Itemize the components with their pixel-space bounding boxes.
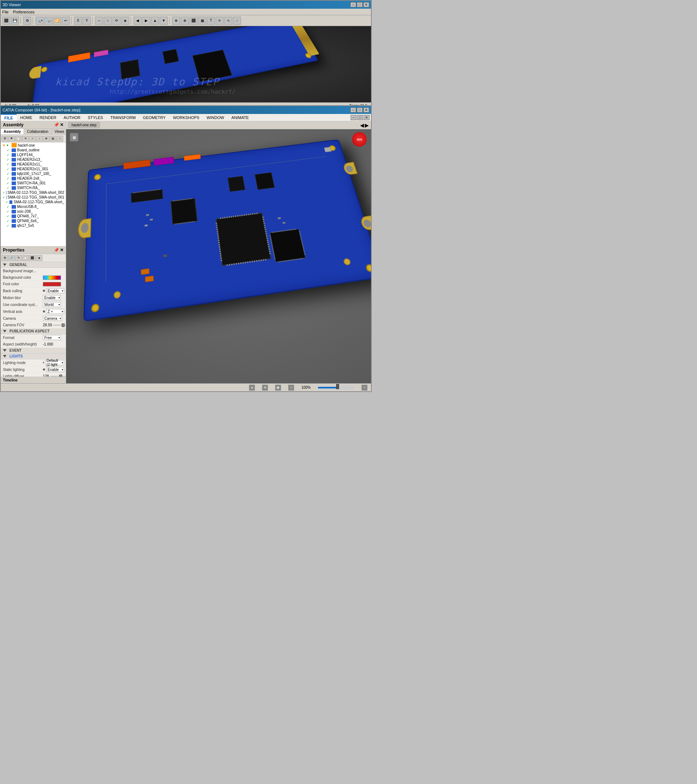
top-window-controls[interactable]: ─ □ ✕ xyxy=(350,2,369,7)
tree-area[interactable]: ▼ ● hackrf-one ✓ Board_outline ✓ LQFP144… xyxy=(1,143,66,246)
tree-btn-5[interactable]: + xyxy=(29,136,36,142)
ribbon-restore[interactable]: □ xyxy=(357,115,363,120)
camera-dropdown[interactable]: Camera xyxy=(43,316,62,321)
camera-fov-slider[interactable] xyxy=(53,324,66,326)
menu-tab-window[interactable]: WINDOW xyxy=(203,114,227,121)
toolbar-btn-6[interactable]: 🔁 xyxy=(53,17,61,25)
toolbar-btn-20[interactable]: ⬛ xyxy=(189,17,198,25)
toolbar-btn-16[interactable]: ▲ xyxy=(151,17,159,25)
toolbar-btn-18[interactable]: ⊕ xyxy=(172,17,180,25)
menu-tab-author[interactable]: AUTHOR xyxy=(60,114,84,121)
tree-item-15[interactable]: ✓ QFN48_7x7_ xyxy=(1,214,66,219)
tree-btn-7[interactable]: ⊕ xyxy=(43,136,49,142)
toolbar-btn-9[interactable]: Y xyxy=(83,17,91,25)
menu-tab-home[interactable]: HOME xyxy=(17,114,36,121)
back-culling-dropdown[interactable]: Enable xyxy=(46,288,64,293)
tree-item-7[interactable]: ✓ HEADER-2x8_ xyxy=(1,176,66,181)
tree-item-5[interactable]: ✓ HEADER2x11_001 xyxy=(1,166,66,171)
prop-value-camera-fov[interactable]: 28.59 xyxy=(43,323,66,327)
ribbon-minimize[interactable]: ─ xyxy=(351,115,356,120)
menu-file[interactable]: File xyxy=(2,10,9,14)
prop-value-camera[interactable]: Camera xyxy=(43,316,64,321)
prop-btn-5[interactable]: ⬛ xyxy=(29,255,36,261)
toolbar-btn-8[interactable]: X xyxy=(74,17,82,25)
tree-item-4[interactable]: ✓ HEADER2x11_ xyxy=(1,162,66,166)
toolbar-btn-5[interactable]: 🔍- xyxy=(44,17,52,25)
prop-value-lighting-mode[interactable]: Default (2 light xyxy=(43,360,64,365)
3d-viewport-top[interactable]: kicad StepUp: 3D to STEP http://greatsco… xyxy=(1,26,371,102)
camera-fov-thumb[interactable] xyxy=(62,323,64,327)
tree-btn-6[interactable]: ↓ xyxy=(36,136,43,142)
close-button-2[interactable]: ✕ xyxy=(363,107,369,112)
tree-btn-3[interactable]: 📋 xyxy=(15,136,22,142)
ribbon-close[interactable]: ✕ xyxy=(364,115,369,120)
coord-sys-dropdown[interactable]: World xyxy=(43,302,61,307)
menu-preferences[interactable]: Preferences xyxy=(13,10,35,14)
prop-value-foot-color[interactable] xyxy=(43,282,64,287)
tree-item-12[interactable]: ✓ SMA-02-112-TGG_SMA-short_ xyxy=(1,199,66,204)
viewport-nav-right[interactable]: ▶ xyxy=(365,122,369,128)
menu-tab-workshops[interactable]: WORKSHOPS xyxy=(169,114,203,121)
catia-viewport[interactable]: CATIA CATIA CATIA CATIA CATIA CATIA 3DS … xyxy=(66,129,371,383)
motion-blur-dropdown[interactable]: Enable xyxy=(43,295,61,300)
viewport-tab-item[interactable]: hackrf-one.step xyxy=(68,122,100,128)
toolbar-btn-12[interactable]: ⟳ xyxy=(112,17,120,25)
menu-tab-styles[interactable]: STYLES xyxy=(84,114,107,121)
toolbar-btn-22[interactable]: T xyxy=(207,17,215,25)
toolbar-btn-24[interactable]: ∿ xyxy=(224,17,232,25)
menu-tab-geometry[interactable]: GEOMETRY xyxy=(139,114,170,121)
menu-tab-render[interactable]: RENDER xyxy=(36,114,60,121)
menu-tab-transform[interactable]: TRANSFORM xyxy=(107,114,139,121)
assembly-controls[interactable]: 📌 ✕ xyxy=(54,122,64,127)
ribbon-controls[interactable]: ─ □ ✕ xyxy=(351,115,371,120)
close-props-icon[interactable]: ✕ xyxy=(60,247,64,253)
tree-item-11[interactable]: ✓ SMA-02-112-TGG_SMA-short_001 xyxy=(1,195,66,199)
toolbar-btn-14[interactable]: ◀ xyxy=(133,17,142,25)
tree-btn-8[interactable]: ▤ xyxy=(50,136,56,142)
menu-tab-animate[interactable]: ANIMATE xyxy=(227,114,252,121)
toolbar-btn-11[interactable]: ↕ xyxy=(104,17,112,25)
menu-tab-file[interactable]: FILE xyxy=(1,114,17,121)
toolbar-btn-2[interactable]: 💾 xyxy=(11,17,19,25)
lights-diffuse-thumb[interactable] xyxy=(59,375,62,377)
tree-btn-4[interactable]: ✕ xyxy=(22,136,29,142)
toolbar-btn-7[interactable]: ↩ xyxy=(62,17,70,25)
minimize-button[interactable]: ─ xyxy=(350,2,356,7)
prop-btn-6[interactable]: ◈ xyxy=(36,255,43,261)
tree-item-16[interactable]: ✓ QFN48_6x6_ xyxy=(1,219,66,223)
prop-value-format[interactable]: Free xyxy=(43,335,64,340)
prop-value-bg-color[interactable] xyxy=(43,275,64,280)
static-lighting-dropdown[interactable]: Enable xyxy=(46,367,64,372)
toolbar-btn-17[interactable]: ▼ xyxy=(160,17,168,25)
tree-item-14[interactable]: ✓ soic-208_ xyxy=(1,209,66,214)
prop-value-vert-axis[interactable]: Z + xyxy=(43,309,64,314)
close-button[interactable]: ✕ xyxy=(363,2,369,7)
prop-btn-2[interactable]: 🔗 xyxy=(8,255,15,261)
tree-item-3[interactable]: ✓ HEADER2x13_ xyxy=(1,157,66,162)
toolbar-btn-25[interactable]: ⟋ xyxy=(233,17,241,25)
prop-btn-4[interactable]: 📋 xyxy=(22,255,29,261)
grid-icon[interactable]: ▦ xyxy=(70,133,78,142)
toolbar-btn-4[interactable]: 🔍+ xyxy=(36,17,44,25)
minimize-button-2[interactable]: ─ xyxy=(350,107,356,112)
lights-diffuse-slider[interactable] xyxy=(50,376,66,377)
viewport-nav-left[interactable]: ◀ xyxy=(360,122,364,128)
prop-value-back-culling[interactable]: Enable xyxy=(43,288,64,293)
tree-btn-1[interactable]: ⚙ xyxy=(2,136,8,142)
prop-btn-3[interactable]: ✎ xyxy=(15,255,22,261)
section-publication[interactable]: PUBLICATION ASPECT xyxy=(1,328,66,334)
tree-root[interactable]: ▼ ● hackrf-one xyxy=(1,143,66,148)
prop-btn-1[interactable]: ⚙ xyxy=(2,255,8,261)
section-event[interactable]: EVENT xyxy=(1,348,66,354)
zoom-slider[interactable] xyxy=(318,386,354,389)
tree-btn-2[interactable]: 👁 xyxy=(8,136,15,142)
prop-value-coord-sys[interactable]: World xyxy=(43,302,64,307)
prop-value-motion-blur[interactable]: Enable xyxy=(43,295,64,300)
tree-item-1[interactable]: ✓ Board_outline xyxy=(1,148,66,152)
toolbar-btn-21[interactable]: ▦ xyxy=(198,17,206,25)
pin-icon[interactable]: 📌 xyxy=(54,122,59,127)
prop-value-lights-diffuse[interactable]: 128 xyxy=(43,374,66,377)
bg-color-swatch[interactable] xyxy=(43,275,61,280)
tree-btn-9[interactable]: ↕ xyxy=(57,136,63,142)
tab-views[interactable]: Views xyxy=(51,129,66,134)
